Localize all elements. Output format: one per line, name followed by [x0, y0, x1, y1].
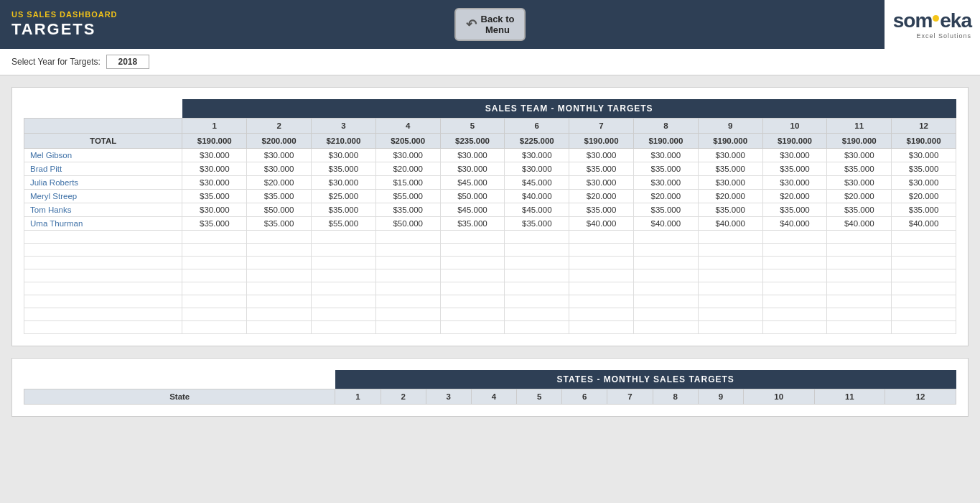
empty-row: [24, 282, 956, 295]
cell-r2-c2: $30.000: [311, 176, 375, 190]
empty-cell: [892, 295, 956, 308]
table-row: Uma Thurman$35.000$35.000$55.000$50.000$…: [24, 217, 956, 231]
empty-row: [24, 244, 956, 257]
empty-cell: [375, 295, 440, 308]
empty-cell: [182, 282, 247, 295]
empty-cell: [311, 269, 375, 282]
empty-cell: [247, 282, 312, 295]
states-col-12: 12: [885, 389, 956, 405]
cell-r3-c9: $20.000: [762, 190, 827, 203]
col-12-header: 12: [892, 119, 956, 134]
states-col-5: 5: [517, 389, 562, 405]
cell-r0-c6: $30.000: [569, 149, 634, 162]
cell-r0-c7: $30.000: [633, 149, 698, 162]
empty-cell: [311, 308, 375, 321]
empty-cell: [247, 257, 312, 269]
empty-cell: [892, 282, 956, 295]
cell-r5-c1: $35.000: [247, 217, 312, 231]
cell-r1-c4: $30.000: [440, 162, 505, 176]
state-col-header: State: [24, 389, 335, 405]
table-row: Meryl Streep$35.000$35.000$25.000$55.000…: [24, 190, 956, 203]
empty-cell: [505, 321, 569, 334]
cell-r2-c6: $30.000: [569, 176, 634, 190]
back-btn-container: ↶ Back toMenu: [443, 0, 538, 49]
empty-cell: [311, 244, 375, 257]
empty-cell: [182, 257, 247, 269]
empty-cell: [311, 257, 375, 269]
states-col-2: 2: [381, 389, 426, 405]
year-selector-bar: Select Year for Targets:: [0, 49, 980, 75]
empty-row: [24, 295, 956, 308]
cell-r3-c7: $20.000: [633, 190, 698, 203]
empty-cell: [24, 295, 182, 308]
empty-cell: [505, 244, 569, 257]
empty-cell: [505, 257, 569, 269]
empty-cell: [698, 257, 762, 269]
cell-r4-c3: $35.000: [375, 203, 440, 217]
empty-cell: [247, 295, 312, 308]
cell-r2-c1: $20.000: [247, 176, 312, 190]
cell-r3-c3: $55.000: [375, 190, 440, 203]
sales-team-header: SALES TEAM - MONTHLY TARGETS: [182, 99, 956, 119]
table-row: Brad Pitt$30.000$30.000$35.000$20.000$30…: [24, 162, 956, 176]
empty-cell: [633, 269, 698, 282]
empty-cell: [892, 321, 956, 334]
total-label: TOTAL: [24, 134, 182, 149]
total-8: $190.000: [633, 134, 698, 149]
empty-cell: [569, 244, 634, 257]
back-button-label: Back toMenu: [481, 14, 515, 35]
empty-cell: [247, 244, 312, 257]
table-header-row: SALES TEAM - MONTHLY TARGETS: [24, 99, 956, 119]
cell-r5-c0: $35.000: [182, 217, 247, 231]
states-col-6: 6: [562, 389, 607, 405]
states-col-4: 4: [471, 389, 516, 405]
empty-cell: [827, 321, 892, 334]
cell-r0-c4: $30.000: [440, 149, 505, 162]
logo-dot: [933, 15, 939, 22]
empty-cell: [505, 282, 569, 295]
states-table-container: STATES - MONTHLY SALES TARGETS State 1 2…: [11, 358, 969, 417]
cell-r5-c7: $40.000: [633, 217, 698, 231]
person-name-cell: Mel Gibson: [24, 149, 182, 162]
person-name-cell: Uma Thurman: [24, 217, 182, 231]
empty-cell: [375, 244, 440, 257]
empty-cell: [505, 231, 569, 244]
empty-cell: [633, 295, 698, 308]
cell-r5-c11: $40.000: [892, 217, 956, 231]
logo-text: som: [893, 9, 933, 32]
empty-cell: [698, 231, 762, 244]
empty-cell: [633, 231, 698, 244]
empty-row: [24, 308, 956, 321]
total-4: $205.000: [375, 134, 440, 149]
person-name-cell: Tom Hanks: [24, 203, 182, 217]
total-7: $190.000: [569, 134, 634, 149]
cell-r5-c3: $50.000: [375, 217, 440, 231]
cell-r4-c11: $35.000: [892, 203, 956, 217]
empty-cell: [698, 282, 762, 295]
empty-cell: [440, 269, 505, 282]
cell-r3-c11: $20.000: [892, 190, 956, 203]
year-input[interactable]: [106, 55, 149, 69]
empty-cell: [247, 321, 312, 334]
cell-r0-c1: $30.000: [247, 149, 312, 162]
total-5: $235.000: [440, 134, 505, 149]
empty-cell: [892, 231, 956, 244]
empty-cell: [24, 244, 182, 257]
states-col-8: 8: [653, 389, 698, 405]
empty-row: [24, 231, 956, 244]
sales-team-table: SALES TEAM - MONTHLY TARGETS 1 2 3 4 5 6…: [24, 99, 956, 334]
total-10: $190.000: [762, 134, 827, 149]
cell-r3-c1: $35.000: [247, 190, 312, 203]
empty-cell: [698, 269, 762, 282]
cell-r4-c4: $45.000: [440, 203, 505, 217]
year-selector-label: Select Year for Targets:: [11, 57, 101, 67]
cell-r0-c8: $30.000: [698, 149, 762, 162]
empty-cell: [182, 244, 247, 257]
empty-cell: [440, 231, 505, 244]
empty-cell: [505, 308, 569, 321]
empty-cell: [762, 257, 827, 269]
empty-cell: [892, 257, 956, 269]
cell-r5-c9: $40.000: [762, 217, 827, 231]
cell-r0-c3: $30.000: [375, 149, 440, 162]
back-to-menu-button[interactable]: ↶ Back toMenu: [454, 8, 526, 41]
